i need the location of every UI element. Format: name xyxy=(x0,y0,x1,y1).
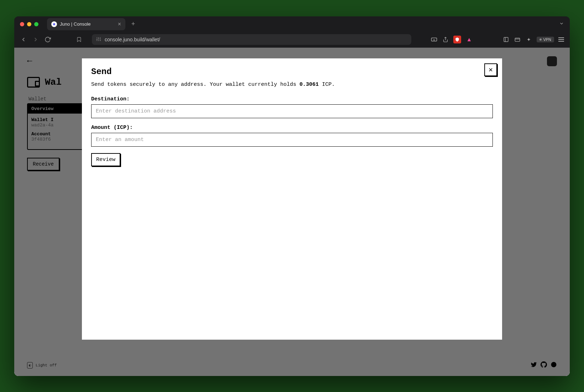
modal-description: Send tokens securely to any address. You… xyxy=(91,82,493,88)
destination-label: Destination: xyxy=(91,96,493,102)
new-tab-button[interactable]: + xyxy=(128,19,138,29)
vpn-badge[interactable]: VPN xyxy=(537,37,554,42)
browser-window: Juno | Console × + console.juno.build/wa… xyxy=(14,16,570,376)
brave-shield-icon[interactable] xyxy=(453,36,461,43)
tab-favicon-icon xyxy=(51,21,57,27)
nav-forward-button[interactable] xyxy=(32,36,39,43)
modal-desc-suffix: ICP. xyxy=(319,82,335,88)
nav-back-button[interactable] xyxy=(20,36,27,43)
tab-bar: Juno | Console × + xyxy=(14,16,570,32)
menu-icon[interactable] xyxy=(558,37,564,42)
modal-title: Send xyxy=(91,67,493,77)
amount-input[interactable] xyxy=(91,133,493,147)
modal-overlay[interactable]: Send Send tokens securely to any address… xyxy=(14,48,570,376)
content-area: ← Wal Wallet Overview Wallet I wad2a-4a … xyxy=(14,48,570,376)
leo-icon[interactable]: ✦ xyxy=(525,36,532,43)
vpn-label: VPN xyxy=(543,37,551,42)
toolbar-icons: ▲ ✦ VPN xyxy=(431,36,564,43)
tab-title: Juno | Console xyxy=(60,21,91,27)
browser-tab[interactable]: Juno | Console × xyxy=(47,18,125,30)
tab-overflow-icon[interactable] xyxy=(559,21,564,27)
traffic-lights xyxy=(20,22,38,26)
wallet-browser-icon[interactable] xyxy=(514,36,521,43)
tab-close-icon[interactable]: × xyxy=(118,21,121,27)
nav-reload-button[interactable] xyxy=(44,36,51,43)
modal-close-button[interactable] xyxy=(484,63,497,76)
sidebar-icon[interactable] xyxy=(502,36,510,43)
modal-balance: 0.3061 xyxy=(299,82,319,88)
window-close-button[interactable] xyxy=(20,22,24,26)
modal-desc-prefix: Send tokens securely to any address. You… xyxy=(91,82,299,88)
url-text: console.juno.build/wallet/ xyxy=(105,37,160,42)
rewards-icon[interactable]: ▲ xyxy=(465,36,473,43)
send-modal: Send Send tokens securely to any address… xyxy=(82,58,502,340)
window-maximize-button[interactable] xyxy=(34,22,38,26)
review-button[interactable]: Review xyxy=(91,153,120,166)
svg-rect-13 xyxy=(515,38,520,41)
address-bar: console.juno.build/wallet/ ▲ ✦ VPN xyxy=(14,32,570,48)
bookmark-icon[interactable] xyxy=(75,36,83,43)
url-input[interactable]: console.juno.build/wallet/ xyxy=(92,34,411,45)
svg-rect-11 xyxy=(504,37,508,42)
window-minimize-button[interactable] xyxy=(27,22,31,26)
amount-label: Amount (ICP): xyxy=(91,125,493,131)
share-icon[interactable] xyxy=(442,36,449,43)
download-icon[interactable] xyxy=(431,36,438,43)
site-settings-icon[interactable] xyxy=(96,37,101,43)
destination-input[interactable] xyxy=(91,104,493,118)
